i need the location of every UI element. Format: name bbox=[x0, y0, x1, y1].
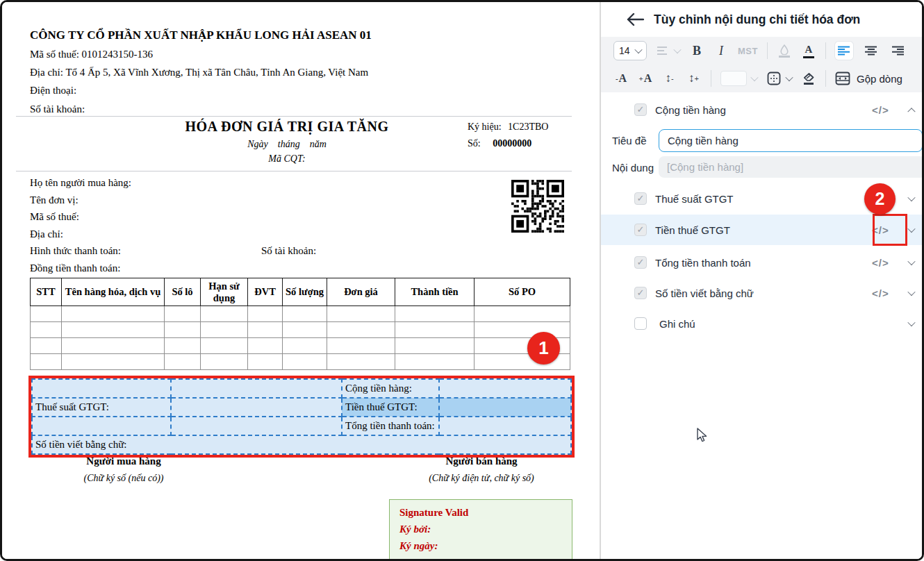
italic-button[interactable]: I bbox=[713, 42, 729, 60]
divider-line bbox=[16, 116, 572, 117]
back-icon[interactable] bbox=[626, 12, 644, 26]
mst-button[interactable]: MST bbox=[738, 42, 758, 60]
align-center-button[interactable] bbox=[862, 42, 880, 60]
tien-thue-label[interactable]: Tiền thuế GTGT: bbox=[342, 398, 439, 417]
number-label: Số: bbox=[468, 138, 481, 149]
checkbox-checked-icon[interactable]: ✓ bbox=[634, 287, 647, 299]
merge-rows-label[interactable]: Gộp dòng bbox=[857, 73, 902, 85]
border-style-icon[interactable] bbox=[766, 69, 782, 87]
font-color-icon[interactable]: A bbox=[801, 42, 816, 60]
totals-row-cong-tien[interactable]: Cộng tiền hàng: bbox=[32, 379, 571, 398]
serial-value: 1C23TBO bbox=[508, 122, 548, 132]
signed-by-label: Ký bởi: bbox=[399, 524, 562, 535]
chevron-down-icon[interactable] bbox=[907, 288, 915, 296]
buyer-signature-title: Người mua hàng bbox=[68, 455, 179, 467]
buyer-account-label: Số tài khoản: bbox=[261, 245, 316, 257]
table-empty-row bbox=[31, 306, 570, 322]
col-so-po: Số PO bbox=[475, 278, 570, 306]
panel-header: Tùy chỉnh nội dung chi tiết hóa đơn bbox=[601, 2, 924, 37]
col-dvt: ĐVT bbox=[248, 278, 283, 306]
eraser-icon[interactable] bbox=[801, 69, 816, 87]
list-item-cong-tien-hang[interactable]: ✓ Cộng tiền hàng </> bbox=[601, 95, 924, 124]
content-input[interactable] bbox=[659, 156, 924, 178]
buyer-signature-block: Người mua hàng (Chữ ký số (nếu có)) bbox=[68, 455, 179, 484]
toolbar-divider bbox=[711, 70, 711, 87]
mouse-cursor bbox=[696, 428, 709, 443]
highlight-color-icon[interactable] bbox=[777, 42, 792, 60]
format-toolbar: 14 B I MST A bbox=[601, 37, 924, 92]
totals-highlight-region[interactable]: Cộng tiền hàng: Thuế suất GTGT: Tiền thu… bbox=[28, 376, 575, 458]
table-empty-row bbox=[31, 338, 570, 354]
company-address: Địa chỉ: Tổ 4 Ấp 5, Xã Vĩnh Xương, Thị x… bbox=[30, 67, 368, 78]
toolbar-divider bbox=[767, 42, 768, 59]
fill-color-swatch[interactable] bbox=[720, 69, 747, 87]
font-size-select[interactable]: 14 bbox=[613, 41, 647, 60]
list-item-so-tien-chu[interactable]: ✓ Số tiền viết bằng chữ </> bbox=[601, 278, 924, 308]
annotation-badge-1: 1 bbox=[527, 332, 560, 365]
signature-valid-box: Signature Valid Ký bởi: Ký ngày: bbox=[389, 499, 572, 561]
signed-date-label: Ký ngày: bbox=[399, 540, 562, 552]
seller-signature-note: (Chữ ký điện tử, chữ ký số) bbox=[412, 473, 551, 484]
totals-table: Cộng tiền hàng: Thuế suất GTGT: Tiền thu… bbox=[31, 378, 572, 455]
thue-suat-label[interactable]: Thuế suất GTGT: bbox=[32, 398, 171, 417]
col-so-luong: Số lượng bbox=[283, 278, 327, 306]
so-tien-chu-label[interactable]: Số tiền viết bằng chữ: bbox=[32, 435, 571, 454]
checkbox-unchecked-icon[interactable] bbox=[634, 317, 647, 330]
align-right-button[interactable] bbox=[889, 42, 907, 60]
tong-tien-label[interactable]: Tổng tiền thanh toán: bbox=[342, 417, 439, 435]
table-header-row: STT Tên hàng hóa, dịch vụ Số lô Hạn sử d… bbox=[31, 278, 570, 306]
line-style-icon[interactable] bbox=[656, 42, 671, 60]
cong-tien-hang-label[interactable]: Cộng tiền hàng: bbox=[342, 379, 439, 398]
list-item-ghi-chu[interactable]: Ghi chú bbox=[601, 309, 924, 338]
toolbar-divider bbox=[825, 42, 826, 59]
content-field-label: Nội dung bbox=[612, 162, 654, 174]
content-field-row: Nội dung bbox=[601, 156, 924, 178]
checkbox-checked-icon[interactable]: ✓ bbox=[634, 103, 647, 116]
checkbox-checked-icon[interactable]: ✓ bbox=[634, 224, 647, 236]
align-left-button[interactable] bbox=[835, 42, 853, 60]
title-input[interactable] bbox=[659, 129, 923, 152]
code-icon[interactable]: </> bbox=[872, 257, 889, 269]
merge-rows-icon[interactable] bbox=[835, 69, 850, 87]
company-name: CÔNG TY CỔ PHẦN XUẤT NHẬP KHẨU LONG HẢI … bbox=[30, 28, 372, 42]
totals-row-thue[interactable]: Thuế suất GTGT: Tiền thuế GTGT: bbox=[32, 398, 571, 417]
toolbar-row-2: -A +A ↕- ↕+ bbox=[601, 65, 924, 92]
decrease-lineheight-icon[interactable]: ↕- bbox=[662, 69, 677, 87]
code-icon[interactable]: </> bbox=[872, 104, 889, 116]
buyer-tax-label: Mã số thuế: bbox=[30, 211, 79, 223]
company-account: Số tài khoản: bbox=[30, 103, 85, 115]
decrease-font-icon[interactable]: -A bbox=[613, 69, 629, 87]
code-icon[interactable]: </> bbox=[872, 287, 889, 299]
invoice-preview: CÔNG TY CỔ PHẦN XUẤT NHẬP KHẨU LONG HẢI … bbox=[2, 2, 600, 559]
table-empty-row bbox=[31, 354, 570, 370]
seller-signature-block: Người bán hàng (Chữ ký điện tử, chữ ký s… bbox=[412, 455, 551, 484]
invoice-cqt-label: Mã CQT: bbox=[120, 153, 454, 165]
chevron-down-icon[interactable] bbox=[907, 194, 915, 201]
seller-signature-title: Người bán hàng bbox=[412, 455, 551, 467]
number-value: 00000000 bbox=[493, 138, 531, 149]
totals-row-tong-tien[interactable]: Tổng tiền thanh toán: bbox=[32, 417, 571, 435]
chevron-down-icon[interactable] bbox=[907, 225, 915, 233]
increase-lineheight-icon[interactable]: ↕+ bbox=[686, 69, 702, 87]
col-so-lo: Số lô bbox=[165, 278, 201, 306]
panel-title: Tùy chỉnh nội dung chi tiết hóa đơn bbox=[654, 12, 860, 27]
chevron-down-icon[interactable] bbox=[907, 319, 915, 326]
fill-color-chevron-icon[interactable] bbox=[750, 74, 758, 81]
increase-font-icon[interactable]: +A bbox=[638, 69, 653, 87]
chevron-down-icon[interactable] bbox=[907, 258, 915, 265]
col-han-su-dung: Hạn sử dụng bbox=[201, 278, 248, 306]
chevron-up-icon[interactable] bbox=[907, 108, 915, 115]
qr-code bbox=[511, 180, 564, 233]
checkbox-checked-icon[interactable]: ✓ bbox=[634, 192, 647, 205]
border-style-chevron-icon[interactable] bbox=[785, 74, 793, 81]
serial-label: Ký hiệu: bbox=[468, 122, 502, 132]
list-item-tong-tien[interactable]: ✓ Tổng tiền thanh toán </> bbox=[601, 248, 924, 277]
bold-button[interactable]: B bbox=[689, 42, 704, 60]
invoice-title: HÓA ĐƠN GIÁ TRỊ GIA TĂNG bbox=[120, 119, 454, 135]
line-style-chevron-icon[interactable] bbox=[673, 46, 681, 53]
divider-line bbox=[16, 171, 572, 171]
buyer-address-label: Địa chỉ: bbox=[30, 228, 63, 240]
col-don-gia: Đơn giá bbox=[327, 278, 395, 306]
totals-row-so-tien-chu[interactable]: Số tiền viết bằng chữ: bbox=[32, 435, 571, 454]
checkbox-checked-icon[interactable]: ✓ bbox=[634, 256, 647, 269]
